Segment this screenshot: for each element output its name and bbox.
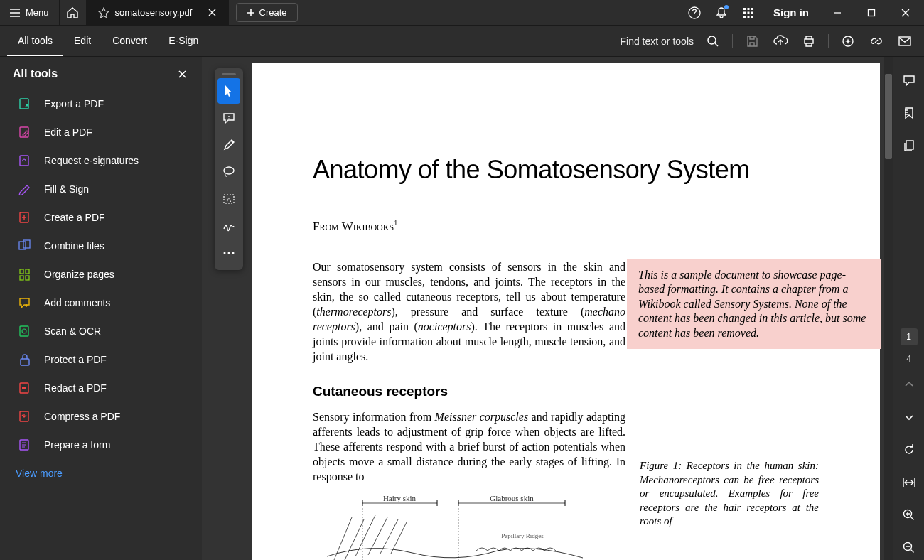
home-button[interactable] xyxy=(60,0,87,25)
tool-item-add-comments[interactable]: Add comments xyxy=(13,289,189,317)
zoom-in-icon xyxy=(903,509,915,522)
svg-rect-2 xyxy=(748,8,750,10)
sidebar-close-button[interactable] xyxy=(175,67,189,81)
svg-point-36 xyxy=(232,252,235,254)
fit-width-button[interactable] xyxy=(897,470,921,495)
close-window-button[interactable] xyxy=(890,0,921,25)
svg-rect-23 xyxy=(26,276,29,280)
tool-label: Compress a PDF xyxy=(44,411,120,422)
pages-panel-button[interactable] xyxy=(897,134,921,158)
notification-dot xyxy=(724,5,729,9)
text-select-tool[interactable]: A xyxy=(217,186,240,212)
tool-item-edit-a-pdf[interactable]: Edit a PDF xyxy=(13,118,189,146)
save-button[interactable] xyxy=(740,29,764,53)
link-button[interactable] xyxy=(864,29,888,53)
chevron-down-icon xyxy=(904,414,914,421)
draw-tool[interactable] xyxy=(217,159,240,185)
plus-icon xyxy=(247,9,255,17)
svg-rect-4 xyxy=(743,11,746,14)
tool-label: Create a PDF xyxy=(44,212,105,223)
page-up-button[interactable] xyxy=(897,372,921,397)
tool-icon xyxy=(18,126,31,139)
menu-button[interactable]: Menu xyxy=(0,0,60,25)
view-more-link[interactable]: View more xyxy=(13,459,189,488)
tab-convert[interactable]: Convert xyxy=(102,26,158,56)
highlight-tool[interactable] xyxy=(217,132,240,158)
svg-rect-8 xyxy=(748,16,750,18)
sidebar: All tools Export a PDFEdit a PDFRequest … xyxy=(0,57,202,560)
tool-icon xyxy=(18,296,31,309)
document-tab[interactable]: somatosensory.pdf xyxy=(87,0,229,25)
comments-panel-button[interactable] xyxy=(897,68,921,92)
tool-icon xyxy=(18,410,31,423)
link-icon xyxy=(870,35,883,48)
rotate-icon xyxy=(903,443,915,456)
paragraph-1: Our somatosensory system consists of sen… xyxy=(313,259,625,365)
document-subtitle: From Wikibooks1 xyxy=(313,219,819,234)
email-button[interactable] xyxy=(893,29,917,53)
bookmark-icon xyxy=(903,107,915,119)
tab-close-button[interactable] xyxy=(203,4,222,22)
tool-item-prepare-a-form[interactable]: Prepare a form xyxy=(13,431,189,459)
more-tools[interactable] xyxy=(217,240,240,266)
close-icon xyxy=(208,9,216,16)
home-icon xyxy=(66,6,79,19)
notifications-button[interactable] xyxy=(709,1,734,25)
apps-button[interactable] xyxy=(736,1,761,25)
comment-tool[interactable] xyxy=(217,105,240,131)
tool-item-redact-a-pdf[interactable]: Redact a PDF xyxy=(13,374,189,402)
cloud-upload-button[interactable] xyxy=(768,29,793,53)
current-page-badge[interactable]: 1 xyxy=(901,328,918,345)
total-pages: 4 xyxy=(906,354,911,364)
zoom-out-button[interactable] xyxy=(897,536,921,560)
tool-item-fill-sign[interactable]: Fill & Sign xyxy=(13,175,189,203)
scrollbar[interactable] xyxy=(884,57,893,560)
tool-item-create-a-pdf[interactable]: Create a PDF xyxy=(13,203,189,232)
print-button[interactable] xyxy=(797,29,821,53)
tool-item-combine-files[interactable]: Combine files xyxy=(13,232,189,260)
cloud-upload-icon xyxy=(773,35,788,48)
page-down-button[interactable] xyxy=(897,405,921,429)
svg-point-35 xyxy=(228,252,230,254)
signature-tool[interactable] xyxy=(217,213,240,239)
tool-icon xyxy=(18,353,31,366)
svg-rect-6 xyxy=(751,11,753,14)
tool-label: Combine files xyxy=(44,240,104,252)
tab-all-tools[interactable]: All tools xyxy=(7,26,63,56)
tool-item-export-a-pdf[interactable]: Export a PDF xyxy=(13,90,189,118)
minimize-button[interactable] xyxy=(822,0,853,25)
tool-icon xyxy=(18,97,31,110)
apps-grid-icon xyxy=(743,7,754,18)
tool-label: Request e-signatures xyxy=(44,155,139,166)
maximize-button[interactable] xyxy=(856,0,887,25)
svg-rect-16 xyxy=(20,156,28,166)
drag-handle[interactable] xyxy=(217,71,240,77)
ai-assistant-button[interactable] xyxy=(836,29,860,53)
tool-item-request-e-signatures[interactable]: Request e-signatures xyxy=(13,146,189,175)
zoom-in-button[interactable] xyxy=(897,503,921,527)
tool-item-scan-ocr[interactable]: Scan & OCR xyxy=(13,317,189,345)
create-button[interactable]: Create xyxy=(236,3,298,22)
svg-rect-21 xyxy=(26,269,29,274)
email-icon xyxy=(898,36,911,46)
tool-item-protect-a-pdf[interactable]: Protect a PDF xyxy=(13,345,189,374)
floating-toolbar: A xyxy=(215,68,243,270)
signin-button[interactable]: Sign in xyxy=(763,6,819,18)
select-tool[interactable] xyxy=(217,78,240,104)
svg-rect-14 xyxy=(20,99,28,109)
tool-icon xyxy=(18,382,31,394)
bookmarks-panel-button[interactable] xyxy=(897,101,921,125)
scrollbar-thumb[interactable] xyxy=(885,74,892,159)
page-viewport[interactable]: Anatomy of the Somatosensory System From… xyxy=(202,57,893,560)
tool-icon xyxy=(18,325,31,338)
rotate-button[interactable] xyxy=(897,438,921,462)
tool-item-compress-a-pdf[interactable]: Compress a PDF xyxy=(13,402,189,431)
pages-icon xyxy=(903,139,915,152)
tab-esign[interactable]: E-Sign xyxy=(158,26,209,56)
tool-item-organize-pages[interactable]: Organize pages xyxy=(13,260,189,289)
tab-edit[interactable]: Edit xyxy=(63,26,102,56)
svg-rect-28 xyxy=(22,387,26,389)
highlighter-icon xyxy=(222,139,235,151)
help-button[interactable] xyxy=(682,1,707,25)
search-button[interactable] xyxy=(701,29,725,53)
